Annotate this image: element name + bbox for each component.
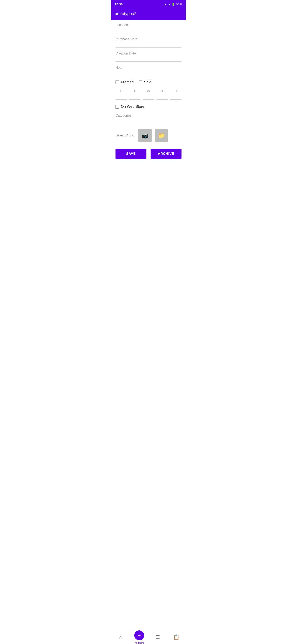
creation-date-input[interactable] — [115, 56, 182, 62]
width-field: W — [143, 90, 154, 100]
height-field: H — [115, 90, 127, 100]
signal-icon: ▲ — [168, 3, 170, 6]
purchase-date-field: Purchase Date — [115, 37, 182, 48]
web-store-row: On Web Store — [115, 104, 182, 109]
sold-checkbox[interactable] — [139, 80, 142, 84]
purchase-date-input[interactable] — [115, 42, 182, 48]
location-field: Location — [115, 23, 182, 33]
dim-x2-label: X — [161, 90, 163, 93]
depth-input[interactable] — [170, 94, 182, 100]
status-time: 15:36 — [115, 2, 122, 6]
height-label: H — [120, 90, 122, 93]
camera-icon: 📷 — [141, 132, 149, 139]
dim-x1-input[interactable] — [129, 94, 140, 100]
folder-button[interactable]: 📁 — [155, 129, 168, 142]
sold-label: Sold — [144, 80, 151, 84]
height-input[interactable] — [115, 94, 127, 100]
save-button[interactable]: SAVE — [115, 148, 146, 159]
categories-label: Categories — [115, 114, 182, 118]
dimensions-row: H X W X D — [115, 90, 182, 100]
dim-x1-label: X — [134, 90, 136, 93]
camera-button[interactable]: 📷 — [138, 129, 152, 142]
purchase-date-label: Purchase Date — [115, 37, 182, 41]
framed-checkbox-item[interactable]: Framed — [115, 80, 134, 84]
app-bar: prototypea2 — [111, 8, 186, 20]
folder-icon: 📁 — [158, 132, 165, 139]
note-label: Note — [115, 66, 182, 70]
select-photo-row: Select Photo: 📷 📁 — [115, 129, 182, 142]
web-store-label: On Web Store — [121, 104, 144, 109]
dim-x2-field: X — [157, 90, 168, 100]
form-content: Location Purchase Date Creation Date Not… — [111, 20, 186, 167]
select-photo-label: Select Photo: — [115, 134, 135, 137]
note-field: Note — [115, 66, 182, 76]
web-store-checkbox-item[interactable]: On Web Store — [115, 104, 144, 109]
status-icons: ▲ ▲ 🔋 96 % — [164, 3, 182, 6]
creation-date-field: Creation Date — [115, 52, 182, 62]
action-buttons: SAVE ARCHIVE — [115, 148, 182, 159]
framed-sold-row: Framed Sold — [115, 80, 182, 84]
location-input[interactable] — [115, 28, 182, 33]
framed-checkbox[interactable] — [115, 80, 119, 84]
wifi-icon: ▲ — [164, 3, 167, 6]
status-bar: 15:36 ▲ ▲ 🔋 96 % — [111, 0, 186, 8]
location-label: Location — [115, 23, 182, 27]
depth-label: D — [175, 90, 177, 93]
battery-icon: 🔋 — [172, 3, 175, 6]
categories-input[interactable] — [115, 118, 182, 124]
dim-x1-field: X — [129, 90, 140, 100]
web-store-checkbox[interactable] — [115, 105, 119, 108]
creation-date-label: Creation Date — [115, 52, 182, 55]
note-input[interactable] — [115, 70, 182, 76]
width-input[interactable] — [143, 94, 154, 100]
app-title: prototypea2 — [115, 11, 137, 16]
width-label: W — [147, 90, 150, 93]
archive-button[interactable]: ARCHIVE — [151, 148, 182, 159]
dim-x2-input[interactable] — [157, 94, 168, 100]
framed-label: Framed — [121, 80, 134, 84]
depth-field: D — [170, 90, 182, 100]
sold-checkbox-item[interactable]: Sold — [139, 80, 151, 84]
battery-percent: 96 % — [176, 3, 182, 6]
categories-field: Categories — [115, 114, 182, 124]
